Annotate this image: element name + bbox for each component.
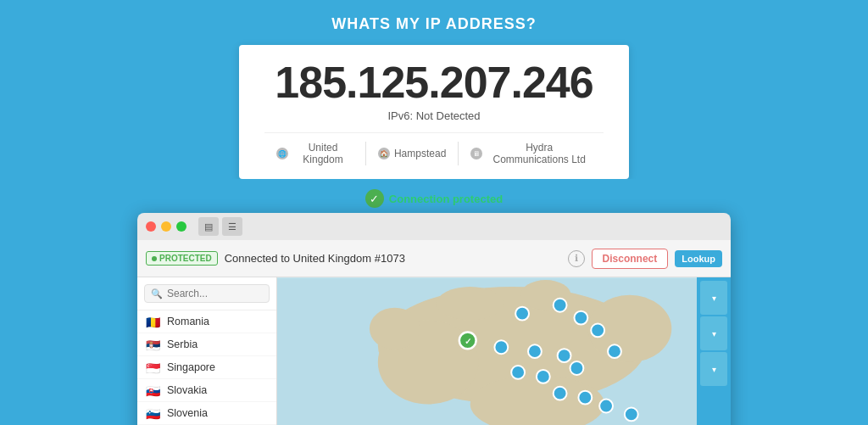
chevron-down-icon: ▾ — [712, 365, 716, 374]
ipv6-label: IPv6: Not Detected — [264, 109, 604, 122]
map-pin-group — [608, 344, 621, 358]
info-icon[interactable]: ℹ — [568, 250, 585, 267]
ip-country: 🌐 United Kingdom — [264, 142, 366, 165]
connection-protected-text: Connection protected — [389, 193, 503, 205]
search-box: 🔍 — [137, 277, 276, 310]
svg-point-11 — [591, 324, 604, 338]
map-pin-group — [554, 387, 567, 400]
panel-button-2[interactable]: ▾ — [700, 316, 727, 350]
flag-singapore: 🇸🇬 — [146, 362, 161, 373]
country-list: 🇷🇴 Romania 🇷🇸 Serbia 🇸🇬 Singapore 🇸🇰 Slo… — [137, 310, 276, 425]
flag-serbia: 🇷🇸 — [146, 339, 161, 350]
svg-point-19 — [570, 361, 584, 375]
minimize-button[interactable] — [161, 221, 171, 232]
sidebar-toggle-icon[interactable]: ▤ — [198, 217, 219, 236]
svg-text:✓: ✓ — [465, 337, 471, 346]
flag-slovenia: 🇸🇮 — [146, 408, 161, 419]
panel-button-3[interactable]: ▾ — [700, 352, 727, 386]
list-item[interactable]: 🇷🇸 Serbia — [137, 333, 276, 356]
panel-button-1[interactable]: ▾ — [700, 281, 727, 315]
sidebar: 🔍 🇷🇴 Romania 🇷🇸 Serbia 🇸🇬 Singapore — [137, 277, 277, 425]
svg-point-23 — [599, 400, 613, 413]
map-area: ✓ — [277, 277, 697, 425]
globe-icon: 🌐 — [276, 148, 288, 159]
svg-point-6 — [437, 287, 504, 321]
svg-point-18 — [537, 370, 550, 383]
ip-details: 🌐 United Kingdom 🏠 Hampstead 🖥 Hydra Com… — [264, 132, 604, 165]
title-bar: ▤ ☰ — [137, 213, 731, 240]
ip-city-text: Hampstead — [394, 148, 446, 159]
flag-slovakia: 🇸🇰 — [146, 385, 161, 396]
svg-point-14 — [494, 340, 508, 354]
svg-point-8 — [515, 307, 529, 321]
svg-point-20 — [608, 344, 621, 358]
svg-point-24 — [625, 408, 638, 422]
top-section: WHATS MY IP ADDRESS? 185.125.207.246 IPv… — [0, 0, 868, 179]
lookup-button[interactable]: Lookup — [675, 250, 722, 267]
ip-isp: 🖥 Hydra Communications Ltd — [459, 142, 604, 165]
list-item[interactable]: 🇸🇮 Slovenia — [137, 402, 276, 425]
search-wrap: 🔍 — [144, 284, 270, 303]
map-pin-group — [554, 299, 567, 312]
map-pin-group — [625, 408, 638, 422]
svg-point-16 — [558, 349, 571, 362]
list-item[interactable]: 🇷🇴 Romania — [137, 310, 276, 333]
app-window: ▤ ☰ PROTECTED Connected to United Kingdo… — [137, 213, 731, 425]
protected-badge: PROTECTED — [146, 251, 218, 266]
home-icon: 🏠 — [378, 148, 390, 159]
chevron-down-icon: ▾ — [712, 294, 716, 303]
svg-point-21 — [554, 387, 567, 400]
country-name: Serbia — [167, 338, 198, 350]
map-pin-group — [515, 307, 529, 321]
map-pin-group — [558, 349, 571, 362]
app-topbar: PROTECTED Connected to United Kingdom #1… — [137, 240, 731, 277]
search-icon: 🔍 — [151, 288, 163, 299]
ip-address: 185.125.207.246 — [264, 60, 604, 104]
svg-point-9 — [554, 299, 567, 312]
country-name: Slovenia — [167, 407, 208, 419]
connection-info-text: Connected to United Kingdom #1073 — [225, 252, 561, 265]
map-pin-group — [578, 391, 592, 405]
page-title: WHATS MY IP ADDRESS? — [0, 15, 868, 33]
country-name: Singapore — [167, 361, 215, 373]
map-pin-group — [528, 344, 542, 358]
map-pin-group — [574, 311, 587, 325]
connection-check: ✓ Connection protected — [0, 189, 868, 208]
map-pin-group — [537, 370, 550, 383]
ip-isp-text: Hydra Communications Ltd — [487, 142, 592, 165]
svg-point-10 — [574, 311, 587, 325]
svg-point-5 — [370, 308, 420, 350]
chevron-down-icon: ▾ — [712, 329, 716, 338]
search-input[interactable] — [167, 288, 263, 299]
check-circle-icon: ✓ — [365, 189, 384, 208]
svg-point-22 — [578, 391, 592, 405]
protected-label: PROTECTED — [159, 254, 212, 263]
connection-banner: ✓ Connection protected — [0, 179, 868, 213]
map-svg: ✓ — [277, 277, 697, 425]
map-pin-group — [511, 366, 525, 379]
ip-city: 🏠 Hampstead — [366, 142, 459, 165]
ip-card: 185.125.207.246 IPv6: Not Detected 🌐 Uni… — [239, 45, 629, 179]
country-name: Slovakia — [167, 384, 207, 396]
titlebar-icons: ▤ ☰ — [198, 217, 242, 236]
disconnect-button[interactable]: Disconnect — [592, 249, 669, 269]
list-item[interactable]: 🇸🇬 Singapore — [137, 356, 276, 379]
protected-dot — [152, 256, 157, 261]
country-name: Romania — [167, 316, 209, 327]
server-icon: 🖥 — [470, 148, 482, 159]
app-content: 🔍 🇷🇴 Romania 🇷🇸 Serbia 🇸🇬 Singapore — [137, 277, 731, 425]
flag-romania: 🇷🇴 — [146, 316, 161, 327]
map-pin-group — [591, 324, 604, 338]
map-pin-group — [494, 340, 508, 354]
maximize-button[interactable] — [176, 221, 186, 232]
active-map-pin: ✓ — [459, 332, 476, 349]
svg-point-15 — [528, 344, 542, 358]
svg-point-17 — [511, 366, 525, 379]
menu-icon[interactable]: ☰ — [222, 217, 242, 236]
close-button[interactable] — [146, 221, 156, 232]
list-item[interactable]: 🇸🇰 Slovakia — [137, 379, 276, 402]
map-pin-group — [570, 361, 584, 375]
right-panels: ▾ ▾ ▾ — [697, 277, 731, 425]
ip-country-text: United Kingdom — [292, 142, 353, 165]
map-pin-group — [599, 400, 613, 413]
